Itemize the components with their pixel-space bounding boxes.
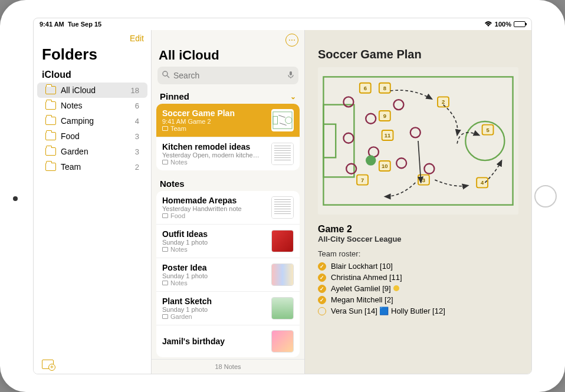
roster-item[interactable]: Ayelet Gamliel [9] (318, 283, 518, 294)
note-card[interactable]: Homemade Arepas Yesterday Handwritten no… (156, 191, 300, 225)
note-card[interactable]: Kitchen remodel ideas Yesterday Open, mo… (156, 137, 300, 170)
svg-point-38 (393, 100, 403, 110)
note-card[interactable]: Poster Idea Sunday 1 photo Notes (156, 258, 300, 292)
folder-name: Garden (61, 147, 130, 156)
folder-item-team[interactable]: Team 2 (37, 159, 147, 174)
checkbox-icon[interactable] (318, 285, 326, 293)
svg-text:9: 9 (383, 113, 386, 119)
detail-title: Soccer Game Plan (318, 48, 518, 61)
roster-name: Blair Lockhart [10] (331, 262, 393, 271)
note-subtitle: Yesterday Handwritten note (162, 205, 267, 212)
folder-count: 2 (135, 163, 139, 172)
svg-text:11: 11 (385, 132, 391, 139)
roster-item[interactable]: Blair Lockhart [10] (318, 261, 518, 272)
svg-rect-4 (273, 116, 278, 124)
sidebar-section-label: iCloud (34, 67, 151, 83)
folder-icon (45, 132, 56, 140)
edit-button[interactable]: Edit (130, 34, 144, 43)
notes-list-title: All iCloud (152, 47, 304, 67)
folder-item-notes[interactable]: Notes 6 (37, 98, 147, 113)
checkbox-icon[interactable] (318, 262, 326, 271)
note-title: Homemade Arepas (162, 196, 267, 205)
roster-list: Blair Lockhart [10] Christina Ahmed [11]… (318, 261, 518, 317)
svg-point-37 (346, 164, 356, 174)
detail-subsection: Game 2 All-City Soccer League Team roste… (318, 224, 518, 317)
svg-point-39 (410, 127, 421, 137)
note-thumbnail (271, 263, 294, 286)
new-folder-icon[interactable] (42, 360, 54, 369)
note-folder: Notes (162, 246, 267, 253)
search-icon (162, 71, 170, 80)
detail-game: Game 2 (318, 224, 518, 235)
svg-line-6 (278, 115, 285, 117)
svg-text:6: 6 (364, 85, 367, 91)
more-button[interactable]: ⋯ (285, 34, 298, 47)
folder-mini-icon (162, 247, 168, 252)
folder-count: 3 (135, 147, 139, 156)
checkbox-icon[interactable] (318, 274, 326, 282)
chevron-down-icon: ⌄ (290, 93, 296, 101)
folder-item-garden[interactable]: Garden 3 (37, 144, 147, 159)
note-title: Jamil's birthday (162, 337, 267, 346)
svg-text:5: 5 (486, 127, 489, 133)
svg-point-34 (366, 114, 376, 124)
pinned-header[interactable]: Pinned ⌄ (152, 89, 304, 104)
folder-count: 4 (135, 117, 139, 126)
svg-rect-10 (323, 105, 354, 177)
note-folder: Team (162, 125, 267, 132)
note-title: Outfit Ideas (162, 229, 267, 239)
search-box[interactable] (157, 67, 298, 84)
note-folder: Notes (162, 159, 267, 166)
svg-line-7 (280, 123, 286, 126)
roster-item[interactable]: Megan Mitchell [2] (318, 294, 518, 305)
svg-rect-11 (323, 124, 336, 158)
note-thumbnail (271, 143, 294, 165)
folder-name: Food (61, 131, 130, 141)
note-folder: Food (162, 212, 267, 219)
svg-point-41 (424, 164, 434, 174)
svg-line-1 (167, 75, 169, 78)
status-right: 100% (484, 21, 525, 28)
folder-icon (45, 147, 56, 156)
status-time: 9:41 AM Tue Sep 15 (40, 21, 101, 28)
folder-mini-icon (162, 314, 168, 319)
field-sketch: 6 8 2 9 5 11 10 7 3 4 (318, 67, 518, 215)
note-folder: Garden (162, 313, 267, 320)
notes-footer: 18 Notes (152, 359, 304, 374)
mic-icon[interactable] (288, 71, 294, 81)
note-title: Kitchen remodel ideas (162, 142, 267, 151)
svg-rect-2 (290, 71, 292, 75)
note-detail: Soccer Game Plan (305, 30, 531, 374)
folder-name: All iCloud (61, 85, 126, 95)
detail-league: All-City Soccer League (318, 235, 518, 243)
folder-mini-icon (162, 281, 168, 285)
search-input[interactable] (173, 71, 284, 80)
notes-group: Homemade Arepas Yesterday Handwritten no… (156, 191, 300, 357)
folder-name: Team (61, 162, 130, 172)
note-card[interactable]: Outfit Ideas Sunday 1 photo Notes (156, 225, 300, 258)
svg-point-33 (343, 97, 353, 107)
folder-item-camping[interactable]: Camping 4 (37, 113, 147, 129)
folder-count: 18 (131, 86, 139, 95)
front-camera (13, 196, 18, 201)
folder-item-all-icloud[interactable]: All iCloud 18 (37, 83, 147, 98)
folders-sidebar: Edit Folders iCloud All iCloud 18 Notes … (34, 30, 152, 374)
note-card[interactable]: Soccer Game Plan 9:41 AM Game 2 Team (156, 104, 300, 137)
note-card[interactable]: Plant Sketch Sunday 1 photo Garden (156, 292, 300, 325)
checkbox-icon[interactable] (318, 307, 326, 315)
notes-header: Notes (152, 176, 304, 191)
svg-text:2: 2 (442, 98, 445, 105)
notes-list-column: ⋯ All iCloud Pinned ⌄ (152, 30, 305, 374)
home-button[interactable] (534, 185, 557, 207)
wifi-icon (484, 21, 492, 28)
screen: 9:41 AM Tue Sep 15 100% Edit Folders iCl… (33, 18, 532, 374)
note-card[interactable]: Jamil's birthday (156, 325, 300, 357)
svg-text:3: 3 (422, 177, 425, 183)
roster-item[interactable]: Vera Sun [14] 🟦 Holly Butler [12] (318, 305, 518, 317)
checkbox-icon[interactable] (318, 296, 326, 304)
note-thumbnail (271, 297, 294, 319)
folder-item-food[interactable]: Food 3 (37, 129, 147, 144)
roster-item[interactable]: Christina Ahmed [11] (318, 272, 518, 283)
folder-icon (45, 117, 56, 125)
note-title: Soccer Game Plan (162, 108, 267, 118)
